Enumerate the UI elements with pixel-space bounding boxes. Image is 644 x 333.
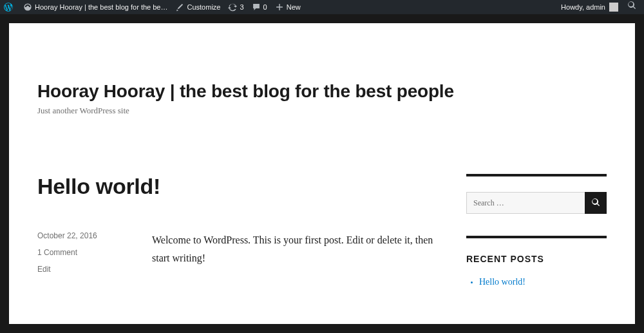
site-page: Hooray Hooray | the best blog for the be… bbox=[9, 23, 635, 324]
post-body: October 22, 2016 1 Comment Edit Welcome … bbox=[37, 231, 438, 281]
wordpress-icon bbox=[4, 3, 13, 12]
post-title[interactable]: Hello world! bbox=[37, 174, 438, 199]
post-edit-link[interactable]: Edit bbox=[37, 265, 115, 274]
paintbrush-icon bbox=[175, 3, 184, 12]
search-widget bbox=[466, 174, 607, 214]
search-input[interactable] bbox=[466, 192, 585, 214]
wp-logo-menu[interactable] bbox=[0, 0, 19, 14]
avatar bbox=[609, 3, 618, 12]
search-icon bbox=[591, 198, 600, 209]
comments-count: 0 bbox=[263, 0, 267, 14]
updates-count: 3 bbox=[240, 0, 243, 14]
my-account-link[interactable]: Howdy, admin bbox=[557, 0, 622, 14]
search-icon bbox=[627, 3, 636, 11]
wp-admin-bar: Hooray Hooray | the best blog for the be… bbox=[0, 0, 644, 14]
site-name-menu[interactable]: Hooray Hooray | the best blog for the be… bbox=[19, 0, 171, 14]
recent-posts-widget: RECENT POSTS Hello world! bbox=[466, 236, 607, 287]
main-column: Hello world! October 22, 2016 1 Comment … bbox=[37, 174, 438, 309]
sidebar: RECENT POSTS Hello world! bbox=[466, 174, 607, 309]
new-content-link[interactable]: New bbox=[271, 0, 305, 14]
recent-post-link[interactable]: Hello world! bbox=[479, 277, 526, 287]
search-form bbox=[466, 192, 607, 214]
post-comments-link[interactable]: 1 Comment bbox=[37, 248, 115, 257]
post-excerpt: Welcome to WordPress. This is your first… bbox=[152, 231, 438, 267]
new-content-label: New bbox=[287, 0, 301, 14]
search-button[interactable] bbox=[585, 192, 607, 214]
comment-icon bbox=[252, 3, 261, 12]
plus-icon bbox=[275, 3, 284, 12]
post-date[interactable]: October 22, 2016 bbox=[37, 231, 115, 240]
widget-separator bbox=[466, 174, 607, 176]
customize-label: Customize bbox=[187, 0, 220, 14]
howdy-label: Howdy, admin bbox=[561, 0, 605, 14]
widget-separator bbox=[466, 236, 607, 238]
site-tagline: Just another WordPress site bbox=[37, 106, 607, 116]
comments-link[interactable]: 0 bbox=[248, 0, 271, 14]
site-name-label: Hooray Hooray | the best blog for the be… bbox=[35, 0, 167, 14]
adminbar-search[interactable] bbox=[622, 0, 641, 14]
updates-link[interactable]: 3 bbox=[224, 0, 247, 14]
post-meta: October 22, 2016 1 Comment Edit bbox=[37, 231, 115, 281]
site-header: Hooray Hooray | the best blog for the be… bbox=[9, 23, 635, 116]
list-item: Hello world! bbox=[479, 277, 607, 287]
recent-posts-list: Hello world! bbox=[466, 277, 607, 287]
dashboard-icon bbox=[23, 3, 32, 12]
site-title[interactable]: Hooray Hooray | the best blog for the be… bbox=[37, 81, 607, 102]
recent-posts-title: RECENT POSTS bbox=[466, 254, 607, 264]
site-content: Hello world! October 22, 2016 1 Comment … bbox=[9, 116, 635, 309]
updates-icon bbox=[228, 3, 237, 12]
customize-link[interactable]: Customize bbox=[171, 0, 224, 14]
page-frame: Hooray Hooray | the best blog for the be… bbox=[0, 14, 644, 333]
